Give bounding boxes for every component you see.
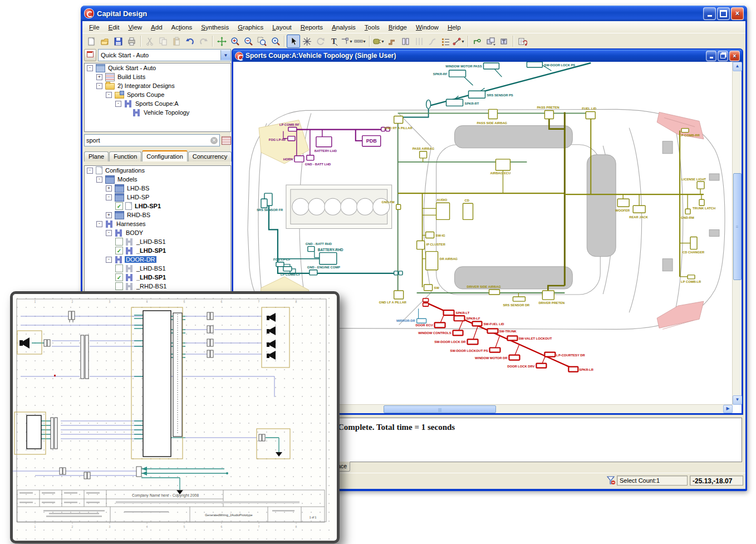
config-tree-item--lhd-sp1[interactable]: ✓_LHD-SP1 bbox=[85, 273, 230, 282]
expand-icon[interactable]: + bbox=[106, 212, 112, 218]
collapse-icon[interactable]: - bbox=[106, 92, 112, 98]
toolbar-save[interactable] bbox=[111, 35, 125, 48]
collapse-icon[interactable]: - bbox=[115, 101, 121, 107]
topology-component-spkr-rf[interactable]: SPKR-RF bbox=[433, 70, 466, 77]
topology-component-battery-lhd[interactable]: BATTERY-LHD bbox=[315, 137, 337, 153]
toolbar-undo[interactable] bbox=[183, 35, 197, 48]
toolbar-component[interactable]: ▼ bbox=[372, 35, 385, 48]
child-restore-button[interactable] bbox=[718, 51, 728, 61]
topology-component-lp-comb-lr[interactable]: LP COMB-LR bbox=[681, 275, 701, 283]
toolbar-text-tool[interactable]: T bbox=[327, 35, 340, 48]
main-titlebar[interactable]: Capital Design × bbox=[81, 6, 747, 21]
topology-component-gnd-batt-lhd[interactable]: GND - BATT LHD bbox=[305, 155, 331, 166]
toolbar-pin[interactable] bbox=[470, 35, 484, 48]
toolbar-options-dots[interactable]: ▼ bbox=[354, 35, 367, 48]
toolbar-print[interactable] bbox=[125, 35, 138, 48]
collapse-icon[interactable]: - bbox=[106, 257, 112, 263]
checkbox-unchecked[interactable] bbox=[115, 238, 123, 246]
schematic-preview-window[interactable]: 12345678 12345678 bbox=[10, 291, 340, 543]
chevron-down-icon[interactable]: ▼ bbox=[461, 40, 465, 43]
toolbar-open[interactable] bbox=[98, 35, 111, 48]
toolbar-new-file[interactable] bbox=[85, 35, 98, 48]
expand-icon[interactable]: + bbox=[96, 74, 102, 80]
topology-component-srs-sensor-ps[interactable]: SRS SENSOR PS bbox=[469, 91, 513, 98]
config-tree-item--lhd-bs1[interactable]: _LHD-BS1 bbox=[85, 237, 230, 246]
topology-component-rear-jack[interactable]: REAR JACK bbox=[629, 205, 649, 219]
project-tree-item-quick-start-auto[interactable]: -Quick Start - Auto bbox=[85, 63, 230, 72]
toolbar-design-check[interactable] bbox=[516, 35, 529, 48]
toolbar-select-cursor[interactable] bbox=[287, 35, 300, 48]
menu-graphics[interactable]: Graphics bbox=[233, 23, 268, 32]
collapse-icon[interactable]: - bbox=[106, 194, 112, 200]
child-titlebar[interactable]: Sports Coupe:A:Vehicle Topology (Single … bbox=[233, 50, 742, 62]
advanced-search-icon[interactable] bbox=[222, 136, 231, 145]
topology-component-door-ecu[interactable]: DOOR ECU bbox=[415, 322, 445, 327]
chevron-down-icon[interactable]: ▼ bbox=[220, 50, 230, 60]
topology-component-trunk-latch[interactable]: TRUNK LATCH bbox=[693, 199, 715, 210]
toolbar-wire-tool[interactable]: ▼ bbox=[452, 35, 465, 48]
config-tree-item--lhd-bs1[interactable]: _LHD-BS1 bbox=[85, 264, 230, 273]
scroll-right-icon[interactable]: ▶ bbox=[723, 405, 733, 413]
menu-help[interactable]: Help bbox=[443, 23, 465, 32]
topology-component-license-light[interactable]: LICENSE LIGHT bbox=[681, 178, 706, 189]
toolbar-zoom-fit[interactable] bbox=[268, 35, 282, 48]
topology-component-spkr-lt[interactable]: SPKR-LT bbox=[444, 310, 470, 315]
project-tree-item-sports-coupe-a[interactable]: -Sports Coupe:A bbox=[85, 99, 230, 108]
topology-component-sw-fuel-lid[interactable]: SW-FUEL LID bbox=[473, 321, 504, 326]
tab-plane[interactable]: Plane bbox=[84, 151, 109, 161]
topology-component-window-controls[interactable]: WINDOW CONTROLS bbox=[418, 330, 463, 335]
project-tree-item-build-lists[interactable]: +Build Lists bbox=[85, 72, 230, 81]
collapse-icon[interactable]: - bbox=[96, 177, 102, 183]
topology-component-mirror-dr[interactable]: MIRROR-DR bbox=[396, 318, 426, 323]
toolbar-route[interactable] bbox=[385, 35, 399, 48]
config-tree-item-lhd-sp1[interactable]: ✓LHD-SP1 bbox=[85, 202, 230, 210]
tab-concurrency[interactable]: Concurrency bbox=[188, 151, 232, 161]
topology-component-audio[interactable]: AUDIO bbox=[436, 198, 450, 219]
workspace-icon-button[interactable] bbox=[84, 49, 96, 61]
config-tree-item-lhd-sp[interactable]: -LHD-SP bbox=[85, 193, 230, 202]
collapse-icon[interactable]: - bbox=[87, 168, 93, 174]
topology-component-spkr-lr[interactable]: SPKR-LR bbox=[568, 367, 593, 372]
topology-component-srs-sensor-dr[interactable]: SRS SENSOR DR bbox=[503, 297, 530, 307]
topology-component-sw-door-lock-ps[interactable]: SW-DOOR LOCK PS bbox=[527, 62, 575, 67]
menu-window[interactable]: Window bbox=[411, 23, 443, 32]
topology-component-door-lock-drv[interactable]: DOOR LOCK DRV bbox=[507, 364, 546, 368]
toolbar-zoom-window[interactable] bbox=[255, 35, 268, 48]
menu-analysis[interactable]: Analysis bbox=[327, 23, 360, 32]
expand-icon[interactable]: + bbox=[106, 185, 112, 192]
toolbar-zoom-in[interactable] bbox=[228, 35, 242, 48]
topology-component-window-motor-pass[interactable]: WINDOW MOTOR PASS bbox=[445, 63, 499, 69]
filter-icon[interactable] bbox=[607, 476, 616, 485]
menu-bridge[interactable]: Bridge bbox=[384, 23, 411, 32]
topology-component-pdb[interactable]: PDB bbox=[362, 136, 381, 146]
topology-component-spkr-rt[interactable]: SPKR-RT bbox=[446, 99, 479, 106]
chevron-down-icon[interactable]: ▼ bbox=[349, 40, 353, 43]
toolbar-block-copy[interactable] bbox=[484, 35, 497, 48]
config-tree-item--lhd-sp1[interactable]: ✓_LHD-SP1 bbox=[85, 246, 230, 255]
menu-file[interactable]: File bbox=[85, 23, 104, 32]
topology-component-battery-rhd[interactable]: BATTERY-RHD bbox=[318, 248, 343, 264]
child-minimize-button[interactable] bbox=[706, 51, 716, 61]
checkbox-checked[interactable]: ✓ bbox=[115, 247, 123, 254]
minimize-button[interactable] bbox=[703, 7, 716, 20]
topology-component-fog-lp-lf[interactable]: FOG LP-LF bbox=[273, 258, 291, 267]
toolbar-zoom-out[interactable] bbox=[242, 35, 255, 48]
menu-add[interactable]: Add bbox=[146, 23, 166, 32]
topology-component[interactable] bbox=[261, 199, 267, 208]
config-tree-item-body[interactable]: -BODY bbox=[85, 228, 230, 237]
scroll-up-icon[interactable]: ▲ bbox=[733, 62, 742, 71]
search-input[interactable]: sport ✕ bbox=[84, 134, 220, 146]
topology-component-sw-ig[interactable]: SW-IG bbox=[426, 232, 446, 238]
checkbox-checked[interactable]: ✓ bbox=[115, 202, 123, 210]
project-tree-item-vehicle-topology[interactable]: Vehicle Topology bbox=[85, 108, 230, 117]
config-tree-item-harnesses[interactable]: -Harnesses bbox=[85, 219, 230, 228]
chevron-down-icon[interactable]: ▼ bbox=[381, 40, 385, 43]
maximize-button[interactable] bbox=[717, 7, 730, 20]
topology-component-dr-airbag[interactable]: DR AIRBAG bbox=[426, 252, 458, 270]
chevron-down-icon[interactable]: ▼ bbox=[362, 40, 366, 43]
vertical-scrollbar[interactable]: ▲ ≡ ▼ bbox=[732, 62, 742, 405]
hscroll-thumb[interactable]: ||| bbox=[384, 405, 496, 413]
toolbar-columns[interactable] bbox=[399, 35, 412, 48]
topology-component-pass-preten[interactable]: PASS PRETEN bbox=[537, 106, 559, 119]
topology-component-window-motor-dr[interactable]: WINDOW MOTOR DR bbox=[475, 355, 519, 360]
